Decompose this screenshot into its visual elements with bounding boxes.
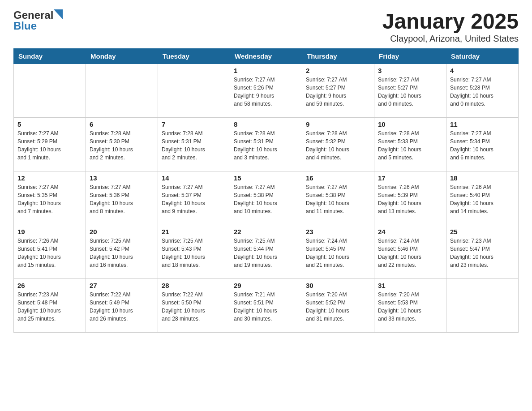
day-info: Sunrise: 7:24 AMSunset: 5:46 PMDaylight:…: [378, 237, 442, 269]
day-info: Sunrise: 7:25 AMSunset: 5:44 PMDaylight:…: [234, 237, 298, 269]
day-info: Sunrise: 7:27 AMSunset: 5:29 PMDaylight:…: [17, 129, 82, 162]
day-number: 18: [450, 174, 515, 182]
day-info: Sunrise: 7:22 AMSunset: 5:50 PMDaylight:…: [162, 291, 226, 323]
day-number: 13: [90, 174, 154, 182]
day-info: Sunrise: 7:27 AMSunset: 5:35 PMDaylight:…: [17, 183, 82, 215]
day-info: Sunrise: 7:28 AMSunset: 5:32 PMDaylight:…: [306, 129, 370, 162]
day-info: Sunrise: 7:26 AMSunset: 5:40 PMDaylight:…: [450, 183, 515, 215]
table-row: 14Sunrise: 7:27 AMSunset: 5:37 PMDayligh…: [158, 171, 230, 225]
day-number: 9: [306, 120, 370, 128]
day-number: 17: [378, 174, 442, 182]
col-friday: Friday: [374, 49, 446, 64]
table-row: 20Sunrise: 7:25 AMSunset: 5:42 PMDayligh…: [86, 225, 158, 279]
table-row: [86, 64, 158, 118]
day-number: 10: [378, 120, 442, 128]
day-info: Sunrise: 7:20 AMSunset: 5:52 PMDaylight:…: [306, 291, 370, 323]
day-number: 24: [378, 228, 442, 235]
day-info: Sunrise: 7:28 AMSunset: 5:31 PMDaylight:…: [234, 129, 298, 162]
table-row: 28Sunrise: 7:22 AMSunset: 5:50 PMDayligh…: [158, 279, 230, 333]
page-subtitle: Claypool, Arizona, United States: [382, 34, 519, 44]
table-row: [14, 64, 86, 118]
table-row: 24Sunrise: 7:24 AMSunset: 5:46 PMDayligh…: [374, 225, 446, 279]
table-row: [158, 64, 230, 118]
day-info: Sunrise: 7:27 AMSunset: 5:28 PMDaylight:…: [450, 76, 515, 108]
table-row: 7Sunrise: 7:28 AMSunset: 5:31 PMDaylight…: [158, 118, 230, 171]
table-row: 18Sunrise: 7:26 AMSunset: 5:40 PMDayligh…: [446, 171, 519, 225]
col-tuesday: Tuesday: [158, 49, 230, 64]
table-row: 11Sunrise: 7:27 AMSunset: 5:34 PMDayligh…: [446, 118, 519, 171]
table-row: 15Sunrise: 7:27 AMSunset: 5:38 PMDayligh…: [230, 171, 302, 225]
logo-triangle-icon: [54, 9, 63, 19]
table-row: 27Sunrise: 7:22 AMSunset: 5:49 PMDayligh…: [86, 279, 158, 333]
logo: General Blue: [13, 9, 63, 32]
table-row: 17Sunrise: 7:26 AMSunset: 5:39 PMDayligh…: [374, 171, 446, 225]
day-number: 25: [450, 228, 515, 235]
col-sunday: Sunday: [14, 49, 86, 64]
day-number: 11: [450, 120, 515, 128]
day-number: 23: [306, 228, 370, 235]
day-number: 27: [90, 282, 154, 289]
day-number: 4: [450, 67, 515, 74]
table-row: 23Sunrise: 7:24 AMSunset: 5:45 PMDayligh…: [302, 225, 374, 279]
table-row: 30Sunrise: 7:20 AMSunset: 5:52 PMDayligh…: [302, 279, 374, 333]
day-number: 5: [17, 120, 82, 128]
day-info: Sunrise: 7:27 AMSunset: 5:34 PMDaylight:…: [450, 129, 515, 162]
day-info: Sunrise: 7:20 AMSunset: 5:53 PMDaylight:…: [378, 291, 442, 323]
day-number: 2: [306, 67, 370, 74]
day-number: 26: [17, 282, 82, 289]
table-row: 29Sunrise: 7:21 AMSunset: 5:51 PMDayligh…: [230, 279, 302, 333]
table-row: [446, 279, 519, 333]
day-info: Sunrise: 7:27 AMSunset: 5:26 PMDaylight:…: [234, 76, 298, 108]
title-block: January 2025 Claypool, Arizona, United S…: [382, 9, 519, 44]
table-row: 1Sunrise: 7:27 AMSunset: 5:26 PMDaylight…: [230, 64, 302, 118]
table-row: 13Sunrise: 7:27 AMSunset: 5:36 PMDayligh…: [86, 171, 158, 225]
calendar-week-row: 12Sunrise: 7:27 AMSunset: 5:35 PMDayligh…: [14, 171, 519, 225]
day-info: Sunrise: 7:28 AMSunset: 5:33 PMDaylight:…: [378, 129, 442, 162]
table-row: 31Sunrise: 7:20 AMSunset: 5:53 PMDayligh…: [374, 279, 446, 333]
col-thursday: Thursday: [302, 49, 374, 64]
table-row: 26Sunrise: 7:23 AMSunset: 5:48 PMDayligh…: [14, 279, 86, 333]
calendar-table: Sunday Monday Tuesday Wednesday Thursday…: [13, 48, 519, 333]
day-info: Sunrise: 7:23 AMSunset: 5:48 PMDaylight:…: [17, 291, 82, 323]
day-info: Sunrise: 7:23 AMSunset: 5:47 PMDaylight:…: [450, 237, 515, 269]
day-number: 12: [17, 174, 82, 182]
day-number: 6: [90, 120, 154, 128]
page-header: General Blue January 2025 Claypool, Ariz…: [13, 9, 519, 44]
day-info: Sunrise: 7:22 AMSunset: 5:49 PMDaylight:…: [90, 291, 154, 323]
day-info: Sunrise: 7:24 AMSunset: 5:45 PMDaylight:…: [306, 237, 370, 269]
day-number: 8: [234, 120, 298, 128]
day-info: Sunrise: 7:21 AMSunset: 5:51 PMDaylight:…: [234, 291, 298, 323]
day-info: Sunrise: 7:25 AMSunset: 5:43 PMDaylight:…: [162, 237, 226, 269]
day-info: Sunrise: 7:27 AMSunset: 5:37 PMDaylight:…: [162, 183, 226, 215]
day-number: 15: [234, 174, 298, 182]
day-number: 1: [234, 67, 298, 74]
day-info: Sunrise: 7:27 AMSunset: 5:27 PMDaylight:…: [378, 76, 442, 108]
calendar-week-row: 5Sunrise: 7:27 AMSunset: 5:29 PMDaylight…: [14, 118, 519, 171]
table-row: 12Sunrise: 7:27 AMSunset: 5:35 PMDayligh…: [14, 171, 86, 225]
day-info: Sunrise: 7:28 AMSunset: 5:30 PMDaylight:…: [90, 129, 154, 162]
table-row: 10Sunrise: 7:28 AMSunset: 5:33 PMDayligh…: [374, 118, 446, 171]
table-row: 25Sunrise: 7:23 AMSunset: 5:47 PMDayligh…: [446, 225, 519, 279]
calendar-week-row: 1Sunrise: 7:27 AMSunset: 5:26 PMDaylight…: [14, 64, 519, 118]
col-saturday: Saturday: [446, 49, 519, 64]
col-monday: Monday: [86, 49, 158, 64]
day-number: 14: [162, 174, 226, 182]
day-info: Sunrise: 7:27 AMSunset: 5:38 PMDaylight:…: [306, 183, 370, 215]
day-number: 19: [17, 228, 82, 235]
day-info: Sunrise: 7:26 AMSunset: 5:41 PMDaylight:…: [17, 237, 82, 269]
table-row: 16Sunrise: 7:27 AMSunset: 5:38 PMDayligh…: [302, 171, 374, 225]
svg-marker-0: [54, 9, 63, 19]
col-wednesday: Wednesday: [230, 49, 302, 64]
table-row: 21Sunrise: 7:25 AMSunset: 5:43 PMDayligh…: [158, 225, 230, 279]
day-info: Sunrise: 7:27 AMSunset: 5:27 PMDaylight:…: [306, 76, 370, 108]
day-number: 20: [90, 228, 154, 235]
day-number: 22: [234, 228, 298, 235]
day-number: 16: [306, 174, 370, 182]
table-row: 3Sunrise: 7:27 AMSunset: 5:27 PMDaylight…: [374, 64, 446, 118]
day-info: Sunrise: 7:28 AMSunset: 5:31 PMDaylight:…: [162, 129, 226, 162]
table-row: 5Sunrise: 7:27 AMSunset: 5:29 PMDaylight…: [14, 118, 86, 171]
day-number: 7: [162, 120, 226, 128]
day-info: Sunrise: 7:25 AMSunset: 5:42 PMDaylight:…: [90, 237, 154, 269]
day-info: Sunrise: 7:27 AMSunset: 5:36 PMDaylight:…: [90, 183, 154, 215]
day-number: 28: [162, 282, 226, 289]
